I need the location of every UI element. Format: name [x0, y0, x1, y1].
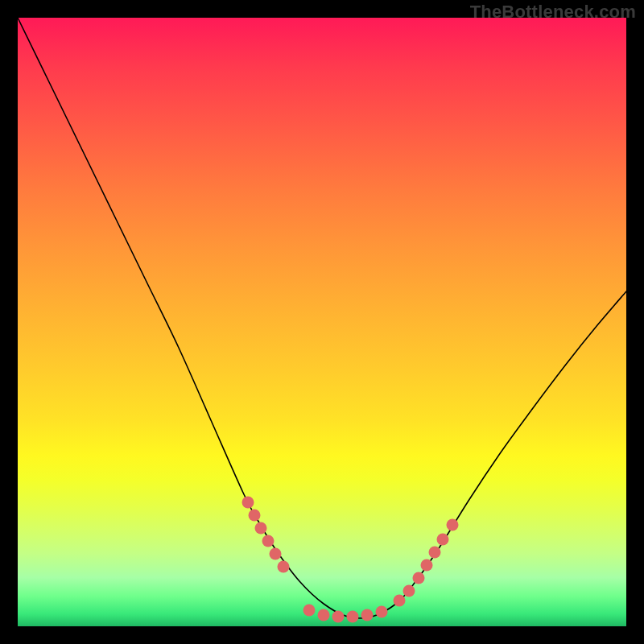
curve-marker	[437, 534, 449, 546]
bottleneck-curve	[18, 18, 626, 618]
plot-area	[18, 18, 626, 626]
curve-marker	[447, 519, 459, 531]
curve-svg	[18, 18, 626, 626]
curve-marker	[394, 595, 406, 607]
curve-marker	[413, 572, 425, 584]
curve-marker	[403, 585, 415, 597]
curve-marker	[242, 497, 254, 509]
attribution-text: TheBottleneck.com	[470, 2, 636, 23]
curve-marker	[361, 609, 374, 621]
curve-marker	[255, 522, 267, 535]
curve-marker	[270, 548, 282, 560]
curve-marker	[303, 605, 316, 617]
curve-marker	[347, 611, 359, 623]
curve-marker	[429, 547, 441, 559]
curve-marker	[332, 611, 345, 623]
curve-markers	[242, 497, 459, 623]
curve-marker	[262, 535, 275, 547]
chart-frame: TheBottleneck.com	[0, 0, 644, 644]
curve-marker	[278, 561, 290, 573]
curve-marker	[376, 606, 388, 618]
curve-marker	[249, 510, 261, 522]
curve-marker	[318, 609, 330, 621]
curve-marker	[421, 559, 433, 572]
